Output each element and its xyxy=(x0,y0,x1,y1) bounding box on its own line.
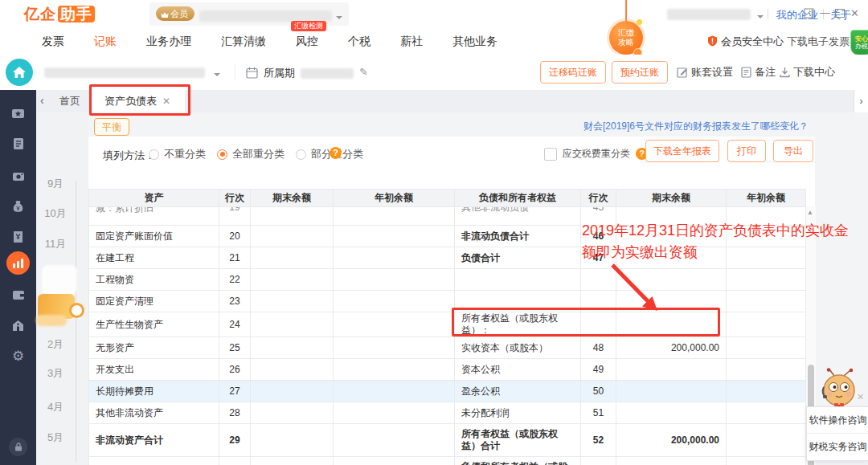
table-cell[interactable]: 48 xyxy=(581,337,616,359)
sidebar-settings-gear-icon[interactable]: ⚙ xyxy=(0,344,36,368)
nav-item[interactable]: 个税 xyxy=(348,35,371,49)
table-cell[interactable] xyxy=(334,207,455,226)
table-cell[interactable] xyxy=(334,226,455,247)
table-cell[interactable] xyxy=(251,247,334,269)
table-cell[interactable] xyxy=(616,359,727,381)
table-cell[interactable]: 50 xyxy=(581,381,616,402)
table-cell[interactable] xyxy=(616,247,727,269)
tabs-scroll-left-icon[interactable]: ‹ xyxy=(40,94,44,107)
sidebar-camera-icon[interactable] xyxy=(0,164,36,188)
table-cell[interactable]: 29 xyxy=(219,424,251,457)
sidebar-card-star-icon[interactable] xyxy=(0,101,36,125)
table-cell[interactable] xyxy=(727,402,806,424)
table-cell[interactable] xyxy=(251,402,334,424)
print-button[interactable]: 打印 xyxy=(727,140,766,162)
table-cell[interactable]: 未分配利润 xyxy=(455,402,581,424)
table-cell[interactable] xyxy=(727,457,806,465)
table-cell[interactable] xyxy=(581,269,616,291)
table-cell[interactable]: 20 xyxy=(219,226,251,247)
table-cell[interactable]: 盈余公积 xyxy=(455,381,581,402)
account-settings-button[interactable]: 账套设置 xyxy=(677,65,733,80)
table-cell[interactable]: 其他非流动负债 xyxy=(455,207,581,226)
table-cell[interactable] xyxy=(581,291,616,312)
nav-item[interactable]: 其他业务 xyxy=(452,35,497,49)
radio-option[interactable]: 不重分类 xyxy=(149,147,206,161)
table-cell[interactable] xyxy=(251,424,334,457)
maximize-icon[interactable] xyxy=(835,9,845,18)
user-caret-icon[interactable] xyxy=(757,12,764,24)
timeline-month[interactable]: 10月 xyxy=(36,206,75,221)
table-cell[interactable] xyxy=(334,247,455,269)
account-chevron-icon[interactable] xyxy=(214,70,220,82)
sidebar-wallet-icon[interactable] xyxy=(0,283,36,307)
table-cell[interactable] xyxy=(727,424,806,457)
table-cell[interactable] xyxy=(616,312,727,337)
table-cell[interactable]: 53 xyxy=(581,457,616,465)
support-mascot[interactable] xyxy=(818,368,860,410)
table-cell[interactable]: 在建工程 xyxy=(89,247,219,269)
table-cell[interactable] xyxy=(334,291,455,312)
nav-item[interactable]: 发票 xyxy=(42,35,64,49)
table-cell[interactable]: 30 xyxy=(219,457,251,465)
close-tab-icon[interactable]: ✕ xyxy=(162,96,170,107)
table-cell[interactable] xyxy=(334,312,455,337)
tab-balance-sheet[interactable]: 资产负债表✕ xyxy=(90,90,185,112)
timeline-marker[interactable] xyxy=(69,303,84,318)
table-cell[interactable]: 资本公积 xyxy=(455,359,581,381)
table-cell[interactable] xyxy=(616,291,727,312)
support-menu-item[interactable]: 软件操作咨询 xyxy=(807,407,868,433)
radio-option[interactable]: 全部重分类 xyxy=(217,147,285,161)
policy-change-link[interactable]: 财会[2019]6号文件对应的财务报表发生了哪些变化？ xyxy=(583,120,809,133)
note-button[interactable]: 备注 xyxy=(741,65,776,80)
table-cell[interactable]: 固定资产清理 xyxy=(89,291,219,312)
table-cell[interactable] xyxy=(334,402,455,424)
table-cell[interactable] xyxy=(616,269,727,291)
nav-item[interactable]: 业务办理 xyxy=(146,35,191,49)
table-cell[interactable] xyxy=(251,291,334,312)
table-cell[interactable] xyxy=(334,337,455,359)
table-cell[interactable] xyxy=(251,269,334,291)
table-cell[interactable]: 长期待摊费用 xyxy=(89,381,219,402)
sidebar-document-icon[interactable] xyxy=(0,132,36,156)
tax-reclass-checkbox[interactable] xyxy=(544,148,557,161)
timeline-month[interactable]: 11月 xyxy=(36,237,75,251)
lock-icon[interactable] xyxy=(9,438,27,456)
table-cell[interactable]: 负债合计 xyxy=(455,247,581,269)
table-cell[interactable]: 28 xyxy=(219,402,251,424)
table-cell[interactable]: 生产性生物资产 xyxy=(89,312,219,337)
table-cell[interactable] xyxy=(334,457,455,465)
table-cell[interactable]: 200,000.00 xyxy=(616,457,727,465)
safe-tax-badge[interactable]: 安心办税 xyxy=(850,30,868,55)
table-cell[interactable] xyxy=(251,226,334,247)
export-button[interactable]: 导出 xyxy=(773,140,813,162)
table-cell[interactable] xyxy=(727,337,806,359)
sidebar-receipt-icon[interactable] xyxy=(0,225,36,249)
table-cell[interactable]: 26 xyxy=(219,359,251,381)
download-year-report-button[interactable]: 下载全年报表 xyxy=(645,140,719,162)
timeline-month[interactable]: 3月 xyxy=(36,366,75,381)
close-mascot-icon[interactable]: ✕ xyxy=(857,392,864,402)
table-cell[interactable]: 21 xyxy=(219,247,251,269)
migrate-code-button[interactable]: 迁移码迁账 xyxy=(540,61,606,84)
table-cell[interactable]: 24 xyxy=(219,312,251,337)
nav-item[interactable]: 汇算清缴 xyxy=(221,35,266,49)
sidebar-enterprise-icon[interactable] xyxy=(0,313,36,337)
table-cell[interactable]: 实收资本（或股本） xyxy=(455,337,581,359)
table-cell[interactable] xyxy=(727,269,806,291)
nav-item[interactable]: 风控 xyxy=(296,35,318,49)
table-cell[interactable]: 46 xyxy=(581,226,616,247)
table-cell[interactable]: 工程物资 xyxy=(89,269,219,291)
table-cell[interactable]: 开发支出 xyxy=(89,359,219,381)
timeline-month[interactable]: 5月 xyxy=(36,430,75,445)
table-cell[interactable] xyxy=(251,312,334,337)
table-cell[interactable] xyxy=(251,207,334,226)
table-cell[interactable] xyxy=(455,269,581,291)
table-cell[interactable] xyxy=(727,359,806,381)
table-cell[interactable] xyxy=(727,226,806,247)
download-center-button[interactable]: 下载中心 xyxy=(780,65,835,80)
table-cell[interactable]: 其他非流动资产 xyxy=(89,402,219,424)
sidebar-reports-active[interactable] xyxy=(6,251,30,275)
table-cell[interactable] xyxy=(251,337,334,359)
table-cell[interactable]: 负债和所有者权益（或股东权益）总计 xyxy=(455,457,581,465)
table-cell[interactable]: 49 xyxy=(581,359,616,381)
